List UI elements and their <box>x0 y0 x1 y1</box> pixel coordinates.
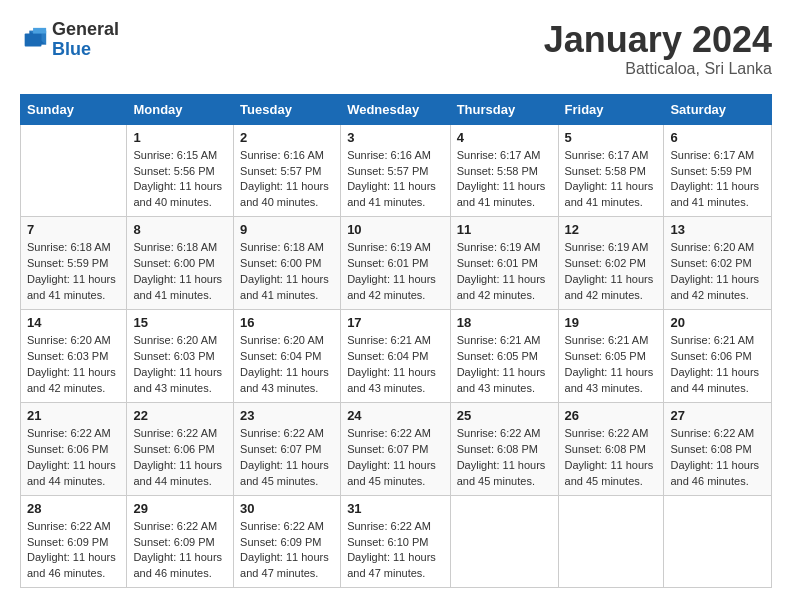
day-info: Sunrise: 6:19 AMSunset: 6:02 PMDaylight:… <box>565 240 658 304</box>
day-number: 8 <box>133 222 227 237</box>
calendar-cell: 1Sunrise: 6:15 AMSunset: 5:56 PMDaylight… <box>127 124 234 217</box>
day-number: 27 <box>670 408 765 423</box>
day-info: Sunrise: 6:22 AMSunset: 6:09 PMDaylight:… <box>133 519 227 583</box>
day-info: Sunrise: 6:22 AMSunset: 6:10 PMDaylight:… <box>347 519 444 583</box>
weekday-header-tuesday: Tuesday <box>234 94 341 124</box>
weekday-header-monday: Monday <box>127 94 234 124</box>
logo-icon <box>20 26 48 54</box>
day-number: 9 <box>240 222 334 237</box>
calendar-cell: 10Sunrise: 6:19 AMSunset: 6:01 PMDayligh… <box>341 217 451 310</box>
calendar-cell: 19Sunrise: 6:21 AMSunset: 6:05 PMDayligh… <box>558 310 664 403</box>
day-number: 19 <box>565 315 658 330</box>
svg-rect-2 <box>25 33 42 46</box>
day-info: Sunrise: 6:19 AMSunset: 6:01 PMDaylight:… <box>457 240 552 304</box>
weekday-header-friday: Friday <box>558 94 664 124</box>
day-info: Sunrise: 6:19 AMSunset: 6:01 PMDaylight:… <box>347 240 444 304</box>
day-number: 12 <box>565 222 658 237</box>
calendar-week-1: 1Sunrise: 6:15 AMSunset: 5:56 PMDaylight… <box>21 124 772 217</box>
day-number: 21 <box>27 408 120 423</box>
day-info: Sunrise: 6:16 AMSunset: 5:57 PMDaylight:… <box>240 148 334 212</box>
calendar-cell: 14Sunrise: 6:20 AMSunset: 6:03 PMDayligh… <box>21 310 127 403</box>
calendar-cell: 15Sunrise: 6:20 AMSunset: 6:03 PMDayligh… <box>127 310 234 403</box>
day-info: Sunrise: 6:17 AMSunset: 5:59 PMDaylight:… <box>670 148 765 212</box>
day-number: 3 <box>347 130 444 145</box>
calendar-cell: 8Sunrise: 6:18 AMSunset: 6:00 PMDaylight… <box>127 217 234 310</box>
weekday-header-row: SundayMondayTuesdayWednesdayThursdayFrid… <box>21 94 772 124</box>
calendar-cell: 21Sunrise: 6:22 AMSunset: 6:06 PMDayligh… <box>21 402 127 495</box>
day-info: Sunrise: 6:22 AMSunset: 6:08 PMDaylight:… <box>670 426 765 490</box>
day-info: Sunrise: 6:22 AMSunset: 6:08 PMDaylight:… <box>565 426 658 490</box>
calendar-cell: 11Sunrise: 6:19 AMSunset: 6:01 PMDayligh… <box>450 217 558 310</box>
logo-text: General Blue <box>52 20 119 60</box>
day-info: Sunrise: 6:20 AMSunset: 6:02 PMDaylight:… <box>670 240 765 304</box>
weekday-header-sunday: Sunday <box>21 94 127 124</box>
logo-general: General <box>52 20 119 40</box>
calendar-cell <box>21 124 127 217</box>
day-number: 31 <box>347 501 444 516</box>
calendar-cell: 16Sunrise: 6:20 AMSunset: 6:04 PMDayligh… <box>234 310 341 403</box>
day-info: Sunrise: 6:22 AMSunset: 6:07 PMDaylight:… <box>240 426 334 490</box>
day-info: Sunrise: 6:20 AMSunset: 6:03 PMDaylight:… <box>133 333 227 397</box>
calendar-cell: 28Sunrise: 6:22 AMSunset: 6:09 PMDayligh… <box>21 495 127 588</box>
calendar-cell <box>558 495 664 588</box>
day-info: Sunrise: 6:21 AMSunset: 6:04 PMDaylight:… <box>347 333 444 397</box>
day-number: 18 <box>457 315 552 330</box>
calendar-cell: 17Sunrise: 6:21 AMSunset: 6:04 PMDayligh… <box>341 310 451 403</box>
day-number: 30 <box>240 501 334 516</box>
calendar-cell: 27Sunrise: 6:22 AMSunset: 6:08 PMDayligh… <box>664 402 772 495</box>
day-info: Sunrise: 6:21 AMSunset: 6:05 PMDaylight:… <box>457 333 552 397</box>
day-number: 28 <box>27 501 120 516</box>
day-number: 15 <box>133 315 227 330</box>
calendar-cell: 23Sunrise: 6:22 AMSunset: 6:07 PMDayligh… <box>234 402 341 495</box>
weekday-header-thursday: Thursday <box>450 94 558 124</box>
calendar-week-3: 14Sunrise: 6:20 AMSunset: 6:03 PMDayligh… <box>21 310 772 403</box>
day-number: 2 <box>240 130 334 145</box>
calendar-week-4: 21Sunrise: 6:22 AMSunset: 6:06 PMDayligh… <box>21 402 772 495</box>
day-info: Sunrise: 6:17 AMSunset: 5:58 PMDaylight:… <box>457 148 552 212</box>
day-number: 29 <box>133 501 227 516</box>
day-number: 5 <box>565 130 658 145</box>
calendar-cell: 12Sunrise: 6:19 AMSunset: 6:02 PMDayligh… <box>558 217 664 310</box>
day-number: 25 <box>457 408 552 423</box>
calendar-cell: 3Sunrise: 6:16 AMSunset: 5:57 PMDaylight… <box>341 124 451 217</box>
day-info: Sunrise: 6:21 AMSunset: 6:06 PMDaylight:… <box>670 333 765 397</box>
logo-blue: Blue <box>52 40 119 60</box>
day-number: 23 <box>240 408 334 423</box>
calendar-cell <box>664 495 772 588</box>
day-number: 10 <box>347 222 444 237</box>
calendar-cell: 5Sunrise: 6:17 AMSunset: 5:58 PMDaylight… <box>558 124 664 217</box>
day-info: Sunrise: 6:22 AMSunset: 6:06 PMDaylight:… <box>27 426 120 490</box>
calendar-cell: 20Sunrise: 6:21 AMSunset: 6:06 PMDayligh… <box>664 310 772 403</box>
day-number: 6 <box>670 130 765 145</box>
day-info: Sunrise: 6:22 AMSunset: 6:09 PMDaylight:… <box>240 519 334 583</box>
calendar-cell: 26Sunrise: 6:22 AMSunset: 6:08 PMDayligh… <box>558 402 664 495</box>
svg-marker-3 <box>33 28 46 34</box>
day-info: Sunrise: 6:22 AMSunset: 6:06 PMDaylight:… <box>133 426 227 490</box>
calendar-cell: 29Sunrise: 6:22 AMSunset: 6:09 PMDayligh… <box>127 495 234 588</box>
day-info: Sunrise: 6:18 AMSunset: 5:59 PMDaylight:… <box>27 240 120 304</box>
calendar-cell: 25Sunrise: 6:22 AMSunset: 6:08 PMDayligh… <box>450 402 558 495</box>
calendar-cell: 22Sunrise: 6:22 AMSunset: 6:06 PMDayligh… <box>127 402 234 495</box>
day-number: 20 <box>670 315 765 330</box>
calendar-week-5: 28Sunrise: 6:22 AMSunset: 6:09 PMDayligh… <box>21 495 772 588</box>
logo: General Blue <box>20 20 119 60</box>
calendar-cell: 6Sunrise: 6:17 AMSunset: 5:59 PMDaylight… <box>664 124 772 217</box>
day-number: 13 <box>670 222 765 237</box>
calendar-cell: 24Sunrise: 6:22 AMSunset: 6:07 PMDayligh… <box>341 402 451 495</box>
calendar-cell: 4Sunrise: 6:17 AMSunset: 5:58 PMDaylight… <box>450 124 558 217</box>
title-block: January 2024 Batticaloa, Sri Lanka <box>544 20 772 78</box>
calendar-cell <box>450 495 558 588</box>
calendar-cell: 7Sunrise: 6:18 AMSunset: 5:59 PMDaylight… <box>21 217 127 310</box>
day-info: Sunrise: 6:22 AMSunset: 6:08 PMDaylight:… <box>457 426 552 490</box>
day-info: Sunrise: 6:18 AMSunset: 6:00 PMDaylight:… <box>240 240 334 304</box>
day-info: Sunrise: 6:21 AMSunset: 6:05 PMDaylight:… <box>565 333 658 397</box>
day-number: 24 <box>347 408 444 423</box>
day-info: Sunrise: 6:20 AMSunset: 6:03 PMDaylight:… <box>27 333 120 397</box>
page-header: General Blue January 2024 Batticaloa, Sr… <box>20 20 772 78</box>
calendar-cell: 18Sunrise: 6:21 AMSunset: 6:05 PMDayligh… <box>450 310 558 403</box>
day-info: Sunrise: 6:16 AMSunset: 5:57 PMDaylight:… <box>347 148 444 212</box>
calendar-cell: 9Sunrise: 6:18 AMSunset: 6:00 PMDaylight… <box>234 217 341 310</box>
day-info: Sunrise: 6:18 AMSunset: 6:00 PMDaylight:… <box>133 240 227 304</box>
weekday-header-saturday: Saturday <box>664 94 772 124</box>
calendar-cell: 31Sunrise: 6:22 AMSunset: 6:10 PMDayligh… <box>341 495 451 588</box>
